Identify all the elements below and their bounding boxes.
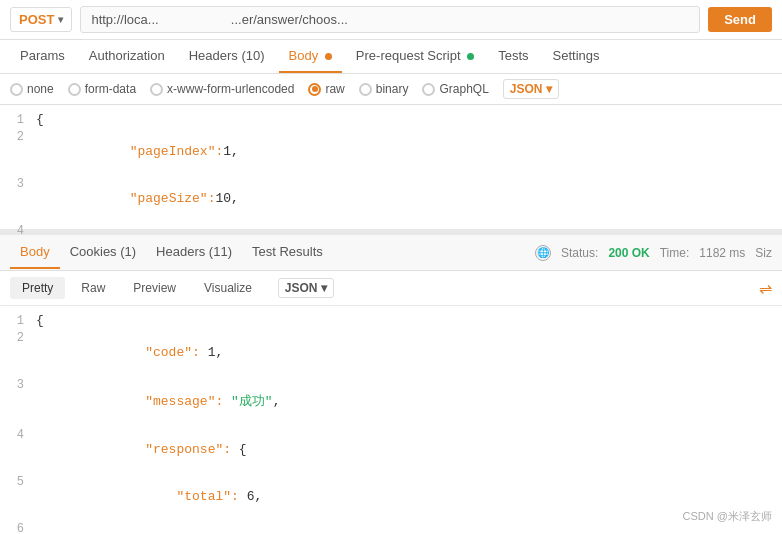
tab-headers[interactable]: Headers (10) <box>179 40 275 73</box>
time-label: Time: <box>660 246 690 260</box>
res-line-5: 5 "total": 6, <box>0 473 782 520</box>
body-dot <box>325 53 332 60</box>
size-label: Siz <box>755 246 772 260</box>
radio-circle-graphql <box>422 83 435 96</box>
filter-icon[interactable]: ⇌ <box>759 279 772 298</box>
tab-pre-request[interactable]: Pre-request Script <box>346 40 484 73</box>
status-value: 200 OK <box>608 246 649 260</box>
req-line-1: 1 { <box>0 111 782 128</box>
radio-form-data[interactable]: form-data <box>68 82 136 96</box>
pre-request-dot <box>467 53 474 60</box>
radio-binary[interactable]: binary <box>359 82 409 96</box>
view-tab-visualize[interactable]: Visualize <box>192 277 264 299</box>
res-line-1: 1 { <box>0 312 782 329</box>
main-container: POST ▾ Send Params Authorization Headers… <box>0 0 782 534</box>
radio-inner-raw <box>312 86 318 92</box>
json-chevron-icon: ▾ <box>546 82 552 96</box>
top-bar: POST ▾ Send <box>0 0 782 40</box>
req-line-2: 2 "pageIndex":1, <box>0 128 782 175</box>
radio-none[interactable]: none <box>10 82 54 96</box>
res-line-3: 3 "message": "成功", <box>0 376 782 426</box>
radio-graphql[interactable]: GraphQL <box>422 82 488 96</box>
tab-params[interactable]: Params <box>10 40 75 73</box>
req-line-3: 3 "pageSize":10, <box>0 175 782 222</box>
view-tabs-row: Pretty Raw Preview Visualize JSON ▾ ⇌ <box>0 271 782 306</box>
method-label: POST <box>19 12 54 27</box>
response-tab-test-results[interactable]: Test Results <box>242 236 333 269</box>
res-line-6: 6 "list": [ <box>0 520 782 534</box>
send-button[interactable]: Send <box>708 7 772 32</box>
response-tab-body[interactable]: Body <box>10 236 60 269</box>
response-section: Body Cookies (1) Headers (11) Test Resul… <box>0 235 782 534</box>
time-value: 1182 ms <box>699 246 745 260</box>
url-input[interactable] <box>80 6 700 33</box>
body-type-row: none form-data x-www-form-urlencoded raw… <box>0 74 782 105</box>
radio-urlencoded[interactable]: x-www-form-urlencoded <box>150 82 294 96</box>
view-tab-raw[interactable]: Raw <box>69 277 117 299</box>
response-status: 🌐 Status: 200 OK Time: 1182 ms Siz <box>535 245 772 261</box>
status-label: Status: <box>561 246 598 260</box>
radio-circle-binary <box>359 83 372 96</box>
method-select[interactable]: POST ▾ <box>10 7 72 32</box>
radio-circle-urlencoded <box>150 83 163 96</box>
response-json-dropdown[interactable]: JSON ▾ <box>278 278 334 298</box>
tab-settings[interactable]: Settings <box>543 40 610 73</box>
tab-tests[interactable]: Tests <box>488 40 538 73</box>
radio-circle-form-data <box>68 83 81 96</box>
response-json-chevron-icon: ▾ <box>321 281 327 295</box>
response-tab-cookies[interactable]: Cookies (1) <box>60 236 146 269</box>
res-line-2: 2 "code": 1, <box>0 329 782 376</box>
radio-circle-raw <box>308 83 321 96</box>
response-tabs-row: Body Cookies (1) Headers (11) Test Resul… <box>0 235 782 271</box>
view-tab-pretty[interactable]: Pretty <box>10 277 65 299</box>
response-tab-headers[interactable]: Headers (11) <box>146 236 242 269</box>
tab-authorization[interactable]: Authorization <box>79 40 175 73</box>
radio-circle-none <box>10 83 23 96</box>
request-code-editor[interactable]: 1 { 2 "pageIndex":1, 3 "pageSize":10, 4 … <box>0 105 782 235</box>
view-tab-preview[interactable]: Preview <box>121 277 188 299</box>
method-chevron-icon: ▾ <box>58 14 63 25</box>
res-line-4: 4 "response": { <box>0 426 782 473</box>
globe-icon: 🌐 <box>535 245 551 261</box>
request-tabs-row: Params Authorization Headers (10) Body P… <box>0 40 782 74</box>
radio-raw[interactable]: raw <box>308 82 344 96</box>
json-dropdown[interactable]: JSON ▾ <box>503 79 559 99</box>
response-code-editor: 1 { 2 "code": 1, 3 "message": "成功", 4 " <box>0 306 782 534</box>
tab-body[interactable]: Body <box>279 40 342 73</box>
watermark: CSDN @米泽玄师 <box>683 509 772 524</box>
